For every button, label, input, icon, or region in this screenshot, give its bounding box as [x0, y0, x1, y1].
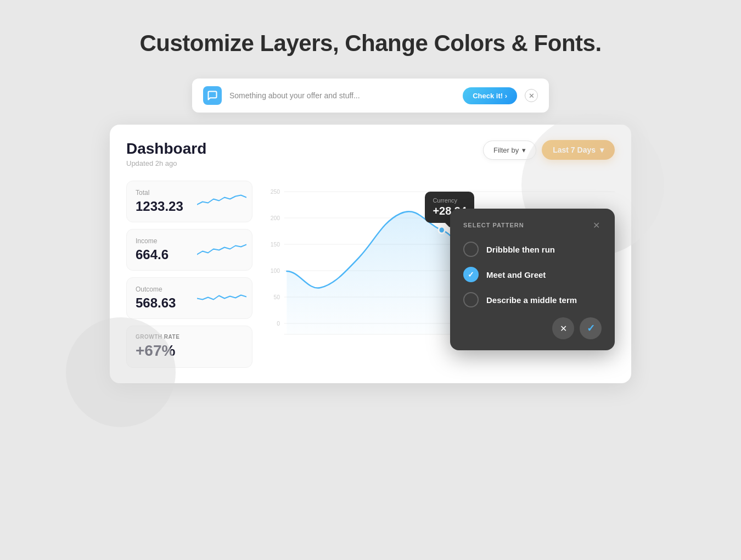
modal-header: SELECT PATTERN ✕: [463, 220, 602, 231]
dashboard-header: Dashboard Updated 2h ago Filter by ▾ Las…: [126, 140, 615, 167]
notification-icon: [203, 86, 222, 105]
dashboard-subtitle: Updated 2h ago: [126, 159, 206, 167]
modal-actions: ✕ ✓: [463, 317, 602, 339]
growth-rate-card: GROWTH RATE +67%: [126, 326, 252, 368]
notification-banner: Something about your offer and stuff... …: [192, 79, 549, 113]
svg-text:150: 150: [271, 241, 280, 248]
radio-circle-meet: [463, 267, 479, 282]
svg-text:50: 50: [274, 294, 280, 300]
select-pattern-modal: SELECT PATTERN ✕ Dribbble then run Meet …: [450, 209, 615, 350]
modal-confirm-button[interactable]: ✓: [580, 317, 602, 339]
income-stat-card: Income 664.6: [126, 229, 252, 271]
chevron-down-icon: ▾: [522, 146, 526, 154]
header-controls: Filter by ▾ Last 7 Days ▾: [483, 140, 615, 160]
svg-text:200: 200: [271, 215, 280, 221]
radio-circle-describe: [463, 292, 479, 307]
radio-option-describe[interactable]: Describe a middle term: [463, 292, 602, 307]
radio-label-dribbble: Dribbble then run: [486, 245, 555, 254]
svg-point-13: [439, 227, 445, 233]
modal-close-icon[interactable]: ✕: [591, 220, 602, 231]
stats-column: Total 1233.23 Income 664.6: [126, 181, 252, 368]
radio-option-dribbble[interactable]: Dribbble then run: [463, 242, 602, 257]
radio-circle-dribbble: [463, 242, 479, 257]
income-sparkline: [197, 239, 246, 261]
modal-cancel-button[interactable]: ✕: [552, 317, 574, 339]
check-it-button[interactable]: Check it! ›: [463, 87, 517, 104]
notification-close-button[interactable]: ✕: [525, 89, 538, 102]
svg-text:0: 0: [277, 320, 280, 327]
svg-text:100: 100: [271, 267, 280, 274]
notification-text: Something about your offer and stuff...: [229, 91, 455, 100]
growth-label: GROWTH RATE: [136, 334, 243, 340]
dashboard-title: Dashboard: [126, 140, 206, 158]
total-stat-card: Total 1233.23: [126, 181, 252, 222]
radio-label-describe: Describe a middle term: [486, 295, 577, 305]
filter-by-button[interactable]: Filter by ▾: [483, 141, 536, 160]
page-title: Customize Layers, Change Colors & Fonts.: [139, 30, 601, 57]
outcome-sparkline: [197, 288, 246, 309]
chevron-down-icon-orange: ▾: [600, 145, 604, 154]
growth-value: +67%: [136, 342, 243, 360]
total-sparkline: [197, 191, 246, 212]
radio-option-meet[interactable]: Meet and Greet: [463, 267, 602, 282]
last-7-days-button[interactable]: Last 7 Days ▾: [542, 140, 615, 160]
svg-text:250: 250: [271, 188, 280, 195]
dashboard-title-group: Dashboard Updated 2h ago: [126, 140, 206, 167]
radio-label-meet: Meet and Greet: [486, 270, 546, 279]
outcome-stat-card: Outcome 568.63: [126, 277, 252, 319]
modal-title: SELECT PATTERN: [463, 222, 524, 228]
